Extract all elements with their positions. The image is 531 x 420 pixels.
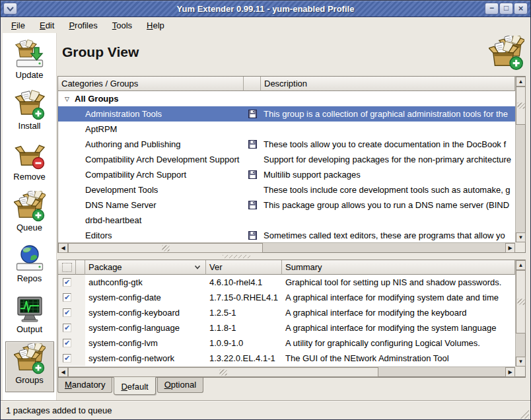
- arrow-down-icon: ▼: [518, 359, 524, 365]
- expander-icon[interactable]: ▽: [62, 96, 72, 102]
- horizontal-scroll-thumb[interactable]: [68, 243, 263, 253]
- menu-edit[interactable]: Edit: [33, 19, 61, 32]
- column-header-ver[interactable]: Ver: [206, 260, 282, 275]
- sidebar-item-install[interactable]: Install: [5, 87, 54, 138]
- menu-help[interactable]: Help: [140, 19, 171, 32]
- groups-table-body: ▽All Groups Administration Tools This gr…: [58, 91, 515, 242]
- check-icon: ✔: [64, 355, 70, 362]
- group-row[interactable]: Compatibility Arch Development Support S…: [58, 152, 515, 167]
- packages-horizontal-scrollbar[interactable]: ◀ ▶: [58, 367, 515, 376]
- package-row[interactable]: ✔ authconfig-gtk 4.6.10-rhel4.1 Graphica…: [58, 275, 515, 290]
- group-row[interactable]: AptRPM: [58, 122, 515, 137]
- installed-floppy-icon: [248, 140, 257, 149]
- package-checkbox[interactable]: ✔: [63, 354, 71, 363]
- menu-tools[interactable]: Tools: [106, 19, 139, 32]
- thumb-grip: [162, 245, 169, 251]
- groups-horizontal-scrollbar[interactable]: ◀ ▶: [58, 242, 515, 252]
- column-header-package[interactable]: Package: [85, 260, 206, 275]
- group-row[interactable]: DNS Name Server This package group allow…: [58, 197, 515, 213]
- package-row[interactable]: ✔ system-config-date 1.7.15-0.RHEL4.1 A …: [58, 290, 515, 305]
- scroll-down-button[interactable]: ▼: [516, 232, 526, 242]
- vertical-scroll-thumb[interactable]: [516, 270, 526, 333]
- sidebar-item-groups[interactable]: Groups: [5, 341, 54, 392]
- minimize-button[interactable]: −: [485, 3, 499, 15]
- install-icon: [14, 89, 46, 121]
- sidebar-item-queue[interactable]: Queue: [5, 189, 54, 240]
- sidebar-item-label: Remove: [13, 172, 45, 182]
- maximize-button[interactable]: □: [499, 3, 513, 15]
- arrow-left-icon: ◀: [61, 370, 65, 375]
- column-header-summary[interactable]: Summary: [282, 260, 515, 275]
- packages-vertical-scrollbar[interactable]: ▲ ▼: [515, 260, 525, 367]
- sidebar-item-update[interactable]: Update: [5, 36, 54, 87]
- vertical-scroll-thumb[interactable]: [516, 87, 526, 125]
- installed-floppy-icon: [248, 231, 257, 240]
- scroll-up-button[interactable]: ▲: [516, 260, 526, 270]
- groups-vertical-scrollbar[interactable]: ▲ ▼: [515, 77, 525, 242]
- sidebar-item-remove[interactable]: Remove: [5, 138, 54, 189]
- pane-resize-handle[interactable]: [57, 254, 526, 259]
- scroll-up-button[interactable]: ▲: [516, 77, 526, 87]
- group-row[interactable]: Compatibility Arch Support Multilib supp…: [58, 167, 515, 182]
- scroll-left-button[interactable]: ◀: [58, 367, 68, 377]
- column-header-description[interactable]: Description: [261, 77, 515, 91]
- package-row[interactable]: ✔ system-config-lvm 1.0.9-1.0 A utility …: [58, 335, 515, 351]
- tab-default[interactable]: Default: [114, 377, 155, 395]
- groups-view-icon: [489, 36, 524, 71]
- group-row-selected[interactable]: Administration Tools This group is a col…: [58, 106, 515, 122]
- sidebar-item-label: Repos: [17, 273, 42, 283]
- column-header-categories[interactable]: Categories / Groups: [58, 77, 244, 91]
- resize-grip[interactable]: [519, 409, 529, 419]
- sidebar-item-repos[interactable]: Repos: [5, 240, 54, 291]
- package-row[interactable]: ✔ system-config-keyboard 1.2.5-1 A graph…: [58, 305, 515, 320]
- menu-file[interactable]: File: [5, 19, 32, 32]
- scroll-down-button[interactable]: ▼: [516, 357, 526, 367]
- package-checkbox[interactable]: ✔: [63, 324, 71, 332]
- sidebar-item-label: Groups: [15, 375, 44, 385]
- sort-descending-icon: [194, 265, 201, 269]
- packages-table-body: ✔ authconfig-gtk 4.6.10-rhel4.1 Graphica…: [58, 275, 515, 366]
- window-title: Yum Extender 0.99.11 - yum-enabled Profi…: [1, 1, 530, 17]
- package-row[interactable]: ✔ system-config-network 1.3.22.0.EL.4.1-…: [58, 351, 515, 366]
- installed-floppy-icon: [248, 110, 257, 118]
- main-area: Group View Categories / Groups Descripti…: [57, 33, 530, 400]
- maximize-icon: □: [504, 3, 509, 13]
- group-row[interactable]: Editors Sometimes called text editors, t…: [58, 228, 515, 242]
- column-header-icon[interactable]: [244, 77, 261, 91]
- statusbar: 1 packages added to queue: [1, 400, 530, 420]
- thumb-grip: [517, 299, 524, 305]
- scroll-right-button[interactable]: ▶: [505, 243, 515, 253]
- sidebar-item-output[interactable]: Output: [5, 291, 54, 341]
- scroll-right-button[interactable]: ▶: [505, 367, 515, 377]
- scrollbar-corner: [515, 367, 525, 376]
- tab-mandatory[interactable]: Mandatory: [57, 378, 112, 393]
- remove-icon: [14, 140, 46, 172]
- package-checkbox[interactable]: ✔: [63, 293, 71, 302]
- tab-optional[interactable]: Optional: [157, 378, 203, 393]
- group-row[interactable]: ▽All Groups: [58, 91, 515, 106]
- package-checkbox[interactable]: ✔: [63, 278, 71, 287]
- titlebar[interactable]: Yum Extender 0.99.11 - yum-enabled Profi…: [1, 1, 530, 17]
- arrow-up-icon: ▲: [518, 263, 524, 268]
- group-row[interactable]: Development Tools These tools include co…: [58, 182, 515, 197]
- package-checkbox[interactable]: ✔: [63, 308, 71, 317]
- pane-grip: [223, 255, 250, 258]
- groups-table-header: Categories / Groups Description: [58, 77, 515, 91]
- horizontal-scroll-thumb[interactable]: [68, 367, 378, 377]
- column-header-checkbox[interactable]: [58, 260, 76, 275]
- installed-floppy-icon: [248, 170, 257, 179]
- close-icon: ×: [518, 3, 524, 13]
- scroll-left-button[interactable]: ◀: [58, 243, 68, 253]
- arrow-down-icon: ▼: [518, 235, 524, 240]
- output-icon: [14, 293, 46, 324]
- package-checkbox[interactable]: ✔: [63, 339, 71, 347]
- column-header-status[interactable]: [76, 260, 85, 275]
- thumb-grip: [220, 369, 227, 375]
- group-row[interactable]: Authoring and Publishing These tools all…: [58, 137, 515, 152]
- sidebar-item-label: Install: [18, 121, 41, 131]
- group-row[interactable]: drbd-heartbeat: [58, 213, 515, 228]
- menu-profiles[interactable]: Profiles: [62, 19, 104, 32]
- package-row[interactable]: ✔ system-config-language 1.1.8-1 A graph…: [58, 320, 515, 335]
- update-icon: [14, 38, 46, 70]
- close-button[interactable]: ×: [514, 3, 528, 15]
